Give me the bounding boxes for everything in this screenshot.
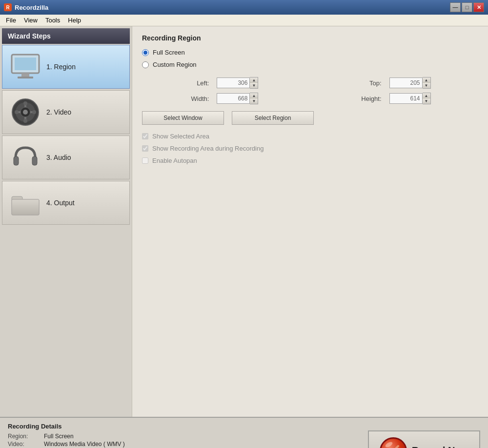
show-recording-area-label: Show Recording Area during Recording: [152, 145, 264, 152]
svg-rect-3: [18, 77, 33, 78]
film-reel-icon: [11, 97, 40, 127]
step-audio-label: 3. Audio: [46, 154, 71, 161]
maximize-button[interactable]: □: [462, 2, 472, 12]
left-spin-down[interactable]: ▼: [250, 83, 258, 88]
window-title: Recordzilla: [15, 4, 48, 11]
top-spin-down[interactable]: ▼: [423, 83, 430, 88]
top-input[interactable]: [389, 78, 423, 88]
svg-point-13: [23, 119, 27, 123]
step-region-label: 1. Region: [46, 63, 76, 71]
width-label: Width:: [142, 95, 209, 102]
wizard-step-output[interactable]: 4. Output: [2, 181, 130, 225]
show-recording-area-checkbox[interactable]: [142, 145, 148, 152]
svg-point-14: [15, 110, 19, 114]
sidebar-header: Wizard Steps: [2, 28, 130, 44]
wizard-step-region[interactable]: 1. Region: [2, 45, 130, 89]
svg-rect-17: [32, 156, 37, 165]
wizard-step-audio[interactable]: 3. Audio: [2, 136, 130, 179]
left-spin-up[interactable]: ▲: [250, 78, 258, 83]
left-spin-buttons: ▲ ▼: [250, 77, 258, 89]
custom-region-label: Custom Region: [153, 61, 197, 68]
details-table: Region: Full Screen Video: Windows Media…: [8, 433, 368, 448]
svg-point-15: [32, 110, 36, 114]
width-spinbox: ▲ ▼: [217, 93, 305, 104]
menu-help[interactable]: Help: [64, 16, 85, 25]
app-icon: R: [4, 3, 12, 11]
full-screen-radio[interactable]: [142, 49, 149, 56]
width-spin-up[interactable]: ▲: [250, 93, 258, 98]
content-area: Recording Region Full Screen Custom Regi…: [132, 26, 488, 417]
detail-key-region: Region:: [8, 433, 42, 440]
output-step-icon: [8, 186, 42, 220]
svg-rect-2: [21, 73, 29, 77]
wizard-step-video[interactable]: 2. Video: [2, 90, 130, 134]
height-input[interactable]: [389, 93, 423, 104]
width-input[interactable]: [217, 93, 250, 104]
radio-group: Full Screen Custom Region: [142, 49, 478, 68]
enable-autopan-row: Enable Autopan: [142, 157, 478, 164]
show-selected-area-checkbox[interactable]: [142, 133, 148, 139]
menu-bar: File View Tools Help: [0, 15, 488, 26]
title-bar-left: R Recordzilla: [4, 3, 48, 11]
svg-point-7: [23, 110, 28, 115]
record-circle-icon: [380, 437, 407, 448]
title-bar: R Recordzilla — □ ✕: [0, 0, 488, 15]
record-now-label: Record Now: [412, 445, 469, 448]
top-label: Top:: [314, 79, 382, 87]
detail-key-video: Video:: [8, 441, 42, 448]
menu-tools[interactable]: Tools: [41, 16, 64, 25]
coord-grid: Left: ▲ ▼ Top: ▲ ▼ Width: ▲: [142, 77, 478, 104]
title-buttons: — □ ✕: [450, 2, 484, 12]
custom-region-row: Custom Region: [142, 61, 478, 68]
details-section: Recording Details Region: Full Screen Vi…: [8, 423, 368, 448]
enable-autopan-checkbox[interactable]: [142, 157, 148, 164]
recording-details: Recording Details Region: Full Screen Vi…: [0, 417, 488, 448]
step-video-label: 2. Video: [46, 108, 71, 116]
svg-rect-16: [14, 156, 19, 165]
top-spin-buttons: ▲ ▼: [423, 77, 431, 89]
top-spin-up[interactable]: ▲: [423, 78, 430, 83]
action-buttons: Select Window Select Region: [142, 111, 478, 125]
left-input[interactable]: [217, 78, 250, 88]
menu-file[interactable]: File: [2, 16, 20, 25]
show-selected-area-label: Show Selected Area: [152, 133, 209, 140]
sidebar: Wizard Steps 1. Region: [0, 26, 132, 417]
height-label: Height:: [314, 95, 382, 102]
region-step-icon: [8, 50, 42, 84]
svg-point-12: [23, 101, 27, 105]
svg-rect-1: [15, 58, 36, 70]
full-screen-label: Full Screen: [153, 49, 185, 56]
audio-step-icon: [8, 140, 42, 175]
width-spin-down[interactable]: ▼: [250, 98, 258, 104]
details-title: Recording Details: [8, 423, 368, 430]
menu-view[interactable]: View: [20, 16, 41, 25]
height-spinbox: ▲ ▼: [389, 93, 478, 104]
custom-region-radio[interactable]: [142, 61, 149, 68]
left-label: Left:: [142, 79, 209, 87]
top-spinbox: ▲ ▼: [389, 77, 478, 89]
svg-rect-20: [12, 199, 39, 215]
height-spin-up[interactable]: ▲: [423, 93, 430, 98]
height-spin-down[interactable]: ▼: [423, 98, 430, 104]
section-title: Recording Region: [142, 34, 478, 42]
left-spinbox: ▲ ▼: [217, 77, 305, 89]
show-selected-area-row: Show Selected Area: [142, 133, 478, 140]
show-recording-area-row: Show Recording Area during Recording: [142, 145, 478, 152]
folder-icon: [11, 190, 40, 216]
detail-val-region: Full Screen: [44, 433, 368, 440]
full-screen-row: Full Screen: [142, 49, 478, 56]
minimize-button[interactable]: —: [450, 2, 461, 12]
enable-autopan-label: Enable Autopan: [152, 157, 197, 164]
select-window-button[interactable]: Select Window: [142, 111, 224, 125]
select-region-button[interactable]: Select Region: [232, 111, 314, 125]
height-spin-buttons: ▲ ▼: [423, 93, 431, 104]
width-spin-buttons: ▲ ▼: [250, 93, 258, 104]
close-button[interactable]: ✕: [473, 2, 484, 12]
video-step-icon: [8, 95, 42, 129]
detail-val-video: Windows Media Video ( WMV ): [44, 441, 368, 448]
record-now-button[interactable]: Record Now: [368, 430, 480, 448]
step-output-label: 4. Output: [46, 199, 75, 207]
main-container: Wizard Steps 1. Region: [0, 26, 488, 417]
headphones-icon: [11, 143, 40, 172]
monitor-icon: [11, 54, 40, 80]
